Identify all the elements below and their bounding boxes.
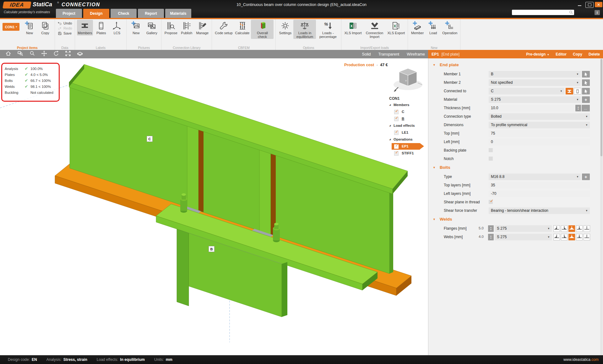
collapse-arrow-icon[interactable]: ◢	[389, 124, 391, 127]
flanges-mm-material-dropdown[interactable]: S 275▼	[495, 225, 552, 232]
gallery-button[interactable]: Gallery	[144, 20, 159, 35]
tree-group-members[interactable]: ◢Members	[388, 102, 428, 108]
weld-type-0-icon[interactable]	[553, 225, 560, 232]
plate-toggle-button[interactable]	[574, 88, 581, 94]
section-header-bolts[interactable]: ▼Bolts	[428, 165, 603, 172]
stepper-button[interactable]: ▲▼	[488, 225, 494, 232]
view-cube[interactable]: Y	[391, 65, 425, 95]
notch-checkbox[interactable]	[489, 157, 493, 161]
settings-button[interactable]: Settings	[278, 20, 293, 35]
tree-group-load-effects[interactable]: ◢Load effects	[388, 123, 428, 129]
pre-design-action[interactable]: Pre-design▼	[526, 52, 549, 56]
backing-plate-checkbox[interactable]	[489, 148, 493, 152]
more-button[interactable]: …	[582, 105, 590, 111]
tab-check[interactable]: Check	[111, 9, 137, 18]
top-mm-input[interactable]: 75	[489, 130, 590, 137]
left-layers-mm-input[interactable]: -70	[489, 190, 590, 197]
cursor-button[interactable]	[582, 71, 590, 78]
tab-project[interactable]: Project	[56, 9, 82, 18]
redo-button[interactable]: Redo	[57, 26, 73, 31]
lcs-button[interactable]: LCS	[109, 20, 124, 35]
tree-item-ep1[interactable]: ✓EP1	[388, 143, 428, 150]
section-collapse-icon[interactable]: ▼	[433, 218, 436, 221]
weld-type-1-icon[interactable]	[561, 225, 568, 232]
overall-check-button[interactable]: Overall check	[251, 20, 274, 39]
member-label-c[interactable]: C	[147, 136, 153, 142]
tree-group-operations[interactable]: ◢Operations	[388, 136, 428, 143]
collapse-arrow-icon[interactable]: ◢	[389, 104, 391, 106]
model-viewport[interactable]: C B Analysis✔100.0%Plates✔4.0 < 5.0%Bolt…	[0, 58, 428, 355]
connected-to-dropdown[interactable]: C▼	[489, 88, 564, 94]
tab-design[interactable]: Design	[83, 9, 109, 18]
manage-button[interactable]: Manage	[195, 20, 210, 35]
member-1-dropdown[interactable]: B▼	[489, 71, 581, 78]
maximize-button[interactable]	[585, 2, 594, 8]
panel-scrollbar[interactable]	[600, 58, 603, 355]
collapse-arrow-icon[interactable]: ◢	[389, 138, 391, 141]
search-box[interactable]	[512, 10, 574, 15]
material-dropdown[interactable]: S 275▼	[489, 96, 581, 103]
website-link[interactable]: www.ideastatica.com	[563, 357, 599, 362]
copy-action[interactable]: Copy	[573, 52, 582, 56]
member-label-b[interactable]: B	[209, 246, 215, 252]
tree-item-b[interactable]: ✓B	[388, 116, 428, 122]
xls-export-button[interactable]: XXLS Export	[387, 20, 406, 35]
home-icon[interactable]	[5, 50, 12, 58]
load-button[interactable]: Load	[426, 20, 441, 35]
dimensions-dropdown[interactable]: To profile symmetrical▼	[489, 122, 590, 128]
weld-type-2-icon[interactable]	[568, 225, 575, 232]
type-dropdown[interactable]: M16 8.8▼	[489, 174, 581, 180]
tree-item-c[interactable]: ✓C	[388, 109, 428, 115]
top-layers-mm-input[interactable]: 35	[489, 182, 590, 189]
connection-import-button[interactable]: Connection Import	[363, 20, 386, 39]
publish-button[interactable]: Publish	[179, 20, 194, 35]
member-2-dropdown[interactable]: Not specified▼	[489, 79, 581, 86]
thickness-mm-input[interactable]: 10.0	[489, 105, 574, 111]
loads-percentage-button[interactable]: %Loads - percentage	[317, 20, 339, 39]
undo-button[interactable]: Undo	[57, 21, 73, 26]
weld-type-3-icon[interactable]	[576, 234, 583, 240]
tab-materials[interactable]: Materials	[165, 9, 191, 18]
tree-root[interactable]: CON1	[388, 95, 428, 102]
members-button[interactable]: Members	[77, 20, 93, 35]
weld-type-0-icon[interactable]	[553, 234, 560, 240]
section-collapse-icon[interactable]: ▼	[433, 63, 436, 67]
beam-toggle-button[interactable]	[566, 88, 573, 94]
section-collapse-icon[interactable]: ▼	[433, 166, 436, 169]
tree-item-stiff1[interactable]: ✓STIFF1	[388, 150, 428, 157]
loads-in-equilibrium-button[interactable]: Loads in equilibrium	[293, 20, 316, 39]
calculate-button[interactable]: Calculate	[234, 20, 251, 35]
section-header-welds[interactable]: ▼Welds	[428, 217, 603, 223]
new-button[interactable]: New	[22, 20, 37, 35]
search-input[interactable]	[513, 10, 568, 15]
weld-type-4-icon[interactable]	[584, 225, 590, 232]
weld-type-1-icon[interactable]	[561, 234, 568, 240]
save-button[interactable]: Save	[57, 31, 72, 36]
code-setup-button[interactable]: Code setup	[214, 20, 233, 35]
clip-view-icon[interactable]	[77, 50, 83, 58]
tree-item-le1[interactable]: ✓LE1	[388, 130, 428, 136]
member-button[interactable]: Member	[410, 20, 425, 35]
plus-button[interactable]: +	[582, 96, 590, 103]
tab-report[interactable]: Report	[138, 9, 164, 18]
new-button[interactable]: New	[128, 20, 144, 35]
connection-selector-button[interactable]: CON1▾	[3, 23, 19, 31]
pan-icon[interactable]	[41, 50, 47, 58]
operation-button[interactable]: Operation	[441, 20, 458, 35]
minimize-button[interactable]	[576, 2, 583, 7]
stepper-button[interactable]: ▲▼	[488, 234, 494, 240]
cursor-button[interactable]	[582, 79, 590, 86]
propose-button[interactable]: Propose	[163, 20, 178, 35]
display-mode-wireframe[interactable]: Wireframe	[407, 52, 425, 56]
rotate-icon[interactable]	[53, 50, 59, 58]
section-header-end-plate[interactable]: ▼End plate	[428, 62, 603, 69]
weld-type-2-icon[interactable]	[568, 234, 575, 240]
stepper-button[interactable]: ▲▼	[575, 105, 581, 111]
fit-view-icon[interactable]	[65, 50, 71, 58]
plates-button[interactable]: Plates	[94, 20, 109, 35]
scrollbar-thumb[interactable]	[600, 59, 602, 156]
display-mode-solid[interactable]: Solid	[362, 52, 371, 56]
weld-type-4-icon[interactable]	[584, 234, 590, 240]
delete-action[interactable]: Delete	[589, 52, 600, 56]
left-mm-input[interactable]: 0	[489, 139, 590, 145]
